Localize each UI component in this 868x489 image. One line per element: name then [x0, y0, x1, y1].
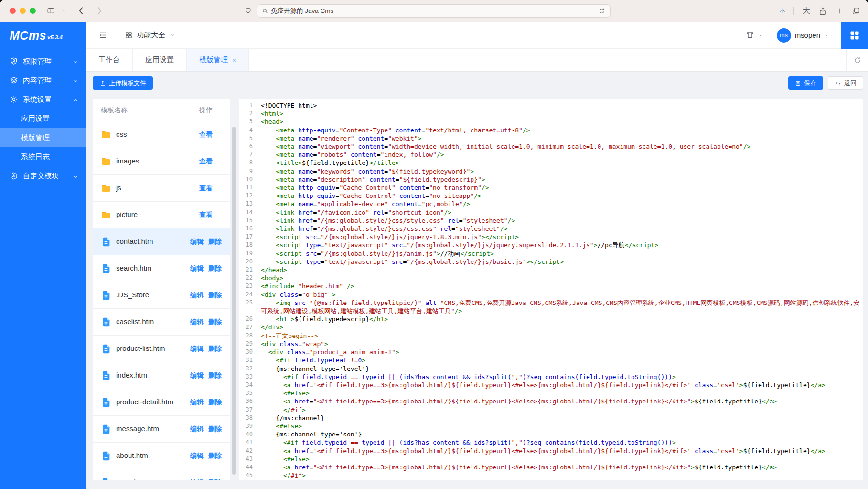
decrease-text-size-button[interactable]: 小 [780, 8, 785, 15]
code-text[interactable]: <meta http-equiv="Cache-Control" content… [257, 184, 863, 192]
delete-link[interactable]: 删除 [208, 318, 222, 326]
delete-link[interactable]: 删除 [208, 264, 222, 273]
code-editor[interactable]: 1<!DOCTYPE html>2<html>3<head>4 <meta ht… [239, 99, 863, 480]
code-line[interactable]: 8 <title>${field.typetitle}</title> [239, 159, 863, 167]
reload-icon[interactable] [599, 8, 605, 14]
code-line[interactable]: 7 <meta name="robots" content="index, fo… [239, 151, 863, 159]
code-text[interactable]: <link href="/{ms:global.style/}css/css.c… [257, 225, 863, 233]
table-row[interactable]: search.htm编辑删除 [93, 255, 230, 282]
code-line[interactable]: 35 <#else> [239, 389, 863, 397]
view-link[interactable]: 查看 [199, 130, 213, 139]
privacy-shield-icon[interactable] [245, 7, 252, 15]
editor-empty-area[interactable] [239, 479, 863, 480]
table-row[interactable]: about.htm编辑删除 [93, 443, 230, 469]
code-text[interactable]: </#if> [257, 471, 863, 479]
code-text[interactable]: <#else> [257, 389, 863, 397]
code-text[interactable]: </#if> [257, 406, 863, 414]
code-line[interactable]: 28<!--正文begin--> [239, 332, 863, 340]
code-text[interactable]: <meta name="applicable-device" content="… [257, 200, 863, 208]
code-line[interactable]: 9 <meta name="keywords" content="${field… [239, 167, 863, 175]
code-line[interactable]: 38 {/ms:channel} [239, 414, 863, 422]
edit-link[interactable]: 编辑 [190, 452, 204, 460]
sidebar-chevron-icon[interactable] [62, 9, 67, 13]
code-line[interactable]: 41 <#if field.typeid == typeid || (ids?h… [239, 438, 863, 446]
code-text[interactable]: <div class="o_big" > [257, 291, 863, 299]
code-text[interactable]: <meta name="viewport" content="width=dev… [257, 142, 863, 151]
code-text[interactable]: <a href="<#if field.type==3>{ms:global.h… [257, 397, 863, 405]
code-text[interactable]: {/ms:channel} [257, 414, 863, 422]
code-line[interactable]: 33 <#if field.typeid == typeid || (ids?h… [239, 373, 863, 381]
apps-grid-button[interactable] [841, 22, 868, 49]
code-line[interactable]: 42 <a href='<#if field.type==3>{ms:globa… [239, 447, 863, 455]
close-window-button[interactable] [10, 8, 16, 14]
code-text[interactable]: <title>${field.typetitle}</title> [257, 159, 863, 167]
code-line[interactable]: 24<div class="o_big" > [239, 291, 863, 299]
back-button-toolbar[interactable]: 返回 [828, 76, 863, 90]
new-tab-icon[interactable] [836, 7, 843, 15]
sidebar-subitem-system-logs[interactable]: 系统日志 [0, 147, 86, 166]
user-menu[interactable]: ms msopen [777, 28, 829, 43]
code-text[interactable]: <meta name="description" content="${fiel… [257, 175, 863, 184]
code-text[interactable]: <meta name="keywords" content="${field.t… [257, 167, 863, 175]
delete-link[interactable]: 删除 [208, 425, 222, 434]
theme-skin-button[interactable] [745, 31, 762, 40]
sidebar-item-content[interactable]: 内容管理 [0, 71, 86, 90]
code-line[interactable]: 10 <meta name="description" content="${f… [239, 175, 863, 184]
table-row[interactable]: product-list.htm编辑删除 [93, 336, 230, 362]
tab-workbench[interactable]: 工作台 [86, 49, 133, 71]
code-line[interactable]: 21</head> [239, 266, 863, 274]
code-line[interactable]: 26 <h1 >${field.typedescrip}</h1> [239, 315, 863, 323]
edit-link[interactable]: 编辑 [190, 318, 204, 326]
code-line[interactable]: 36 <a href="<#if field.type==3>{ms:globa… [239, 397, 863, 405]
address-bar[interactable]: 免疫开源的 Java Cms [257, 4, 611, 18]
code-line[interactable]: 32 {ms:channel type='level'} [239, 365, 863, 373]
code-text[interactable]: <div class="wrap"> [257, 340, 863, 348]
code-line[interactable]: 12 <meta http-equiv="Cache-Control" cont… [239, 192, 863, 200]
code-line[interactable]: 18 <script type="text/javascript" src="/… [239, 241, 863, 249]
edit-link[interactable]: 编辑 [190, 264, 204, 273]
code-line[interactable]: 31 <#if field.typeleaf !=0> [239, 356, 863, 364]
code-text[interactable]: <#if field.typeleaf !=0> [257, 356, 863, 364]
table-row[interactable]: contact.htm编辑删除 [93, 228, 230, 255]
code-text[interactable]: <script type="text/javascript" src="/{ms… [257, 258, 863, 266]
code-line[interactable]: 23<#include "header.htm" /> [239, 282, 863, 290]
sidebar-subitem-template-management[interactable]: 模版管理 [0, 128, 86, 147]
code-text[interactable]: <meta http-equiv="Cache-Control" content… [257, 192, 863, 200]
edit-link[interactable]: 编辑 [190, 371, 204, 380]
delete-link[interactable]: 删除 [208, 238, 222, 246]
code-line[interactable]: 27</div> [239, 323, 863, 331]
sidebar-item-permissions[interactable]: 权限管理 [0, 52, 86, 71]
code-line[interactable]: 34 <a href='<#if field.type==3>{ms:globa… [239, 381, 863, 389]
view-link[interactable]: 查看 [199, 211, 213, 219]
sidebar-item-custom-modules[interactable]: 自定义模块 [0, 166, 86, 185]
code-line[interactable]: 44 <a href="<#if field.type==3>{ms:globa… [239, 463, 863, 471]
tab-app-settings[interactable]: 应用设置 [133, 49, 187, 71]
code-text[interactable]: </div> [257, 323, 863, 331]
sidebar-toggle-icon[interactable] [46, 7, 55, 15]
delete-link[interactable]: 删除 [208, 478, 222, 481]
code-text[interactable]: <link href="/{ms:global.style/}css/style… [257, 217, 863, 225]
table-scrollbar[interactable] [232, 127, 236, 475]
edit-link[interactable]: 编辑 [190, 345, 204, 353]
code-text[interactable]: <#else> [257, 455, 863, 463]
code-text[interactable]: <a href='<#if field.type==3>{ms:global.h… [257, 447, 863, 455]
code-line[interactable]: 13 <meta name="applicable-device" conten… [239, 200, 863, 208]
code-text[interactable]: <meta name="robots" content="index, foll… [257, 151, 863, 159]
code-line[interactable]: 3<head> [239, 118, 863, 126]
tab-overview-icon[interactable] [852, 7, 860, 15]
code-line[interactable]: 45 </#if> [239, 471, 863, 479]
code-text[interactable]: <h1 >${field.typedescrip}</h1> [257, 315, 863, 323]
delete-link[interactable]: 删除 [208, 371, 222, 380]
table-row[interactable]: js查看 [93, 175, 230, 202]
code-text[interactable]: <a href="<#if field.type==3>{ms:global.h… [257, 463, 863, 471]
code-line[interactable]: 40 {ms:channel type='son'} [239, 430, 863, 438]
code-line[interactable]: 29<div class="wrap"> [239, 340, 863, 348]
delete-link[interactable]: 删除 [208, 345, 222, 353]
zoom-window-button[interactable] [30, 8, 36, 14]
back-button[interactable] [78, 7, 84, 15]
code-text[interactable]: <#if field.typeid == typeid || (ids?has_… [257, 438, 863, 446]
code-text[interactable]: <script src="/{ms:global.style/}js/anim.… [257, 250, 863, 258]
table-row[interactable]: .DS_Store编辑删除 [93, 282, 230, 309]
code-text[interactable]: <img src="{@ms:file field.typelitpic/}" … [257, 299, 863, 315]
code-line[interactable]: 20 <script type="text/javascript" src="/… [239, 258, 863, 266]
